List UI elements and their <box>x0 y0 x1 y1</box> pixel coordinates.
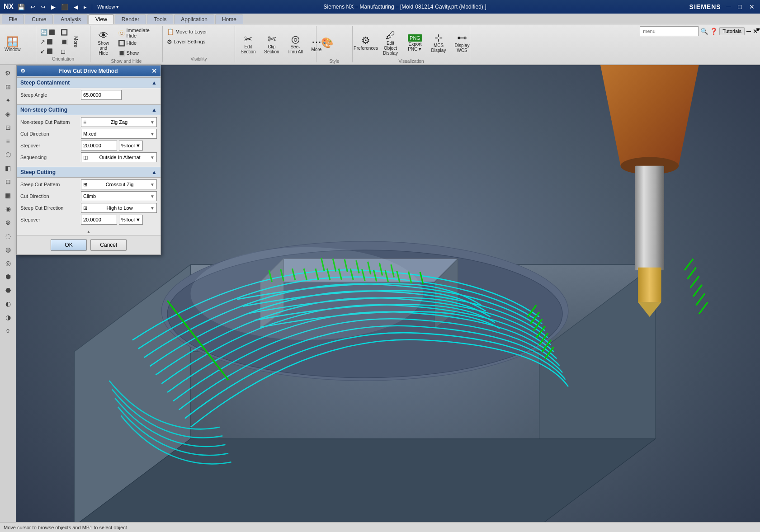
see-thru-btn[interactable]: ◎ See-Thru All <box>284 28 307 60</box>
sidebar-icon-3[interactable]: ◈ <box>2 108 14 120</box>
steep-cutting-collapse[interactable]: ▲ <box>151 169 157 175</box>
window-button[interactable]: 🪟 Window <box>2 28 24 60</box>
search-input[interactable] <box>640 26 699 36</box>
qat-run[interactable]: ▶ <box>50 3 57 11</box>
export-png-btn[interactable]: PNG Export PNG▼ <box>404 27 426 59</box>
scroll-up-arrow[interactable]: ▲ <box>86 229 91 234</box>
tab-application[interactable]: Application <box>174 14 214 24</box>
sequencing-select[interactable]: ◫ Outside-In Alternat ▼ <box>81 152 157 162</box>
section-steep-containment[interactable]: Steep Containment ▲ <box>17 77 160 88</box>
tab-home[interactable]: Home <box>215 14 243 24</box>
ribbon-group-window: 🪟 Window <box>0 26 36 62</box>
qat-stop[interactable]: ⬛ <box>60 3 70 11</box>
see-thru-icon: ◎ <box>291 34 300 44</box>
steep-cutting-label: Steep Cutting <box>20 169 56 175</box>
title-right: SIEMENS ─ □ ✕ <box>689 3 756 10</box>
preferences-btn[interactable]: ⚙ Preferences <box>354 27 377 59</box>
steep-stepover-unit[interactable]: %Tool ▼ <box>119 215 143 225</box>
ribbon-min-btn[interactable]: ─ <box>746 28 751 35</box>
edit-section-btn[interactable]: ✂ Edit Section <box>237 28 260 60</box>
show-btn[interactable]: 🔳Show <box>116 48 160 57</box>
orient-btn5[interactable]: 🔳 <box>58 38 70 47</box>
tab-curve[interactable]: Curve <box>25 14 53 24</box>
hide-btn[interactable]: 🔲Hide <box>116 38 160 47</box>
stepover-input[interactable] <box>81 141 117 151</box>
sidebar-icon-19[interactable]: ◊ <box>2 325 14 337</box>
scroll-indicator[interactable]: ▲ <box>17 228 160 235</box>
immediate-hide-btn[interactable]: 🫥Immediate Hide <box>116 28 160 38</box>
orient-btn2[interactable]: ↗⬛ <box>38 38 57 47</box>
qat-save[interactable]: 💾 <box>16 3 26 11</box>
win-close[interactable]: ✕ <box>747 3 756 10</box>
orient-btn1[interactable]: 🔄⬛ <box>38 28 57 37</box>
section-steep-cutting[interactable]: Steep Cutting ▲ <box>17 167 160 178</box>
qat-fwd[interactable]: ▸ <box>82 3 88 11</box>
cancel-button[interactable]: Cancel <box>90 239 127 251</box>
steep-pattern-row: Steep Cut Pattern ⊞ Crosscut Zig ▼ <box>20 179 157 189</box>
ok-button[interactable]: OK <box>51 239 87 251</box>
sidebar-icon-12[interactable]: ◌ <box>2 230 14 242</box>
steep-cut-direction-select[interactable]: ⊞ High to Low ▼ <box>81 203 157 213</box>
search-icon[interactable]: 🔍 <box>700 28 708 35</box>
dialog-close-btn[interactable]: ✕ <box>151 67 157 75</box>
qat-back[interactable]: ◀ <box>72 3 80 11</box>
move-to-layer-btn[interactable]: 📋Move to Layer <box>165 27 209 36</box>
tab-render[interactable]: Render <box>115 14 146 24</box>
display-wcs-btn[interactable]: ⊷ Display WCS <box>451 27 473 59</box>
sidebar-icon-16[interactable]: ⬣ <box>2 284 14 297</box>
layer-settings-btn[interactable]: ⚙Layer Settings <box>165 37 208 46</box>
win-min[interactable]: ─ <box>725 3 733 10</box>
tab-tools[interactable]: Tools <box>147 14 173 24</box>
sidebar-icon-1[interactable]: ⊞ <box>2 80 14 93</box>
steep-stepover-input[interactable] <box>81 215 117 225</box>
sidebar-icon-15[interactable]: ⬢ <box>2 270 14 283</box>
more-orient-btn[interactable]: More <box>71 35 81 49</box>
cut-direction-select[interactable]: Mixed ▼ <box>81 129 157 139</box>
tab-file[interactable]: File <box>2 14 24 24</box>
sidebar-icon-10[interactable]: ◉ <box>2 202 14 215</box>
win-max[interactable]: □ <box>736 3 744 10</box>
cut-pattern-select[interactable]: ≡ Zig Zag ▼ <box>81 117 157 127</box>
orient-btn3[interactable]: ↙⬛ <box>38 47 57 56</box>
qat-redo[interactable]: ↪ <box>39 3 47 11</box>
steep-containment-collapse[interactable]: ▲ <box>151 80 157 86</box>
stepover-unit[interactable]: %Tool ▼ <box>119 141 143 151</box>
edit-object-display-btn[interactable]: 🖊 Edit Object Display <box>378 27 403 59</box>
qat-undo[interactable]: ↩ <box>29 3 37 11</box>
cut-direction-value: Mixed <box>83 131 96 137</box>
sidebar-icon-17[interactable]: ◐ <box>2 297 14 310</box>
sidebar-icon-18[interactable]: ◑ <box>2 311 14 324</box>
sidebar-icon-7[interactable]: ◧ <box>2 162 14 174</box>
sidebar-icon-11[interactable]: ⊗ <box>2 216 14 229</box>
clip-section-btn[interactable]: ✄ Clip Section <box>260 28 283 60</box>
tutorials-btn[interactable]: Tutorials <box>719 27 745 35</box>
show-hide-button[interactable]: 👁 Showand Hide <box>92 27 115 59</box>
sidebar-icon-14[interactable]: ◎ <box>2 257 14 269</box>
sidebar-icon-8[interactable]: ⊟ <box>2 175 14 188</box>
ribbon-close-btn[interactable]: ✕ <box>753 28 758 35</box>
ribbon-group-visualization: ⚙ Preferences 🖊 Edit Object Display PNG … <box>353 26 470 62</box>
mcs-display-btn[interactable]: ⊹ MCS Display <box>427 27 450 59</box>
non-steep-collapse[interactable]: ▲ <box>151 107 157 113</box>
sidebar-icon-4[interactable]: ⊡ <box>2 121 14 134</box>
orient-btn4[interactable]: 🔲 <box>58 28 70 37</box>
sidebar-icon-6[interactable]: ⬡ <box>2 148 14 161</box>
style-btn[interactable]: 🎨 <box>318 27 336 59</box>
sidebar-icon-5[interactable]: ≡ <box>2 135 14 147</box>
steep-pattern-select[interactable]: ⊞ Crosscut Zig ▼ <box>81 179 157 189</box>
dialog-title-bar[interactable]: ⚙ Flow Cut Drive Method ✕ <box>17 66 160 76</box>
style-icon: 🎨 <box>321 38 333 48</box>
tab-analysis[interactable]: Analysis <box>54 14 88 24</box>
ribbon-tab-bar: File Curve Analysis View Render Tools Ap… <box>0 14 760 24</box>
sidebar-icon-0[interactable]: ⚙ <box>2 67 14 80</box>
orient-btn6[interactable]: ◻ <box>58 47 70 56</box>
tab-view[interactable]: View <box>89 14 114 24</box>
sidebar-icon-9[interactable]: ▦ <box>2 189 14 202</box>
sidebar-icon-2[interactable]: ✦ <box>2 94 14 107</box>
qat-window[interactable]: Window ▾ <box>96 4 120 10</box>
steep-angle-input[interactable] <box>81 90 122 100</box>
sidebar-icon-13[interactable]: ◍ <box>2 243 14 256</box>
section-non-steep[interactable]: Non-steep Cutting ▲ <box>17 104 160 115</box>
help-icon[interactable]: ❓ <box>710 28 718 35</box>
steep-cut-dir-select[interactable]: Climb ▼ <box>81 191 157 201</box>
